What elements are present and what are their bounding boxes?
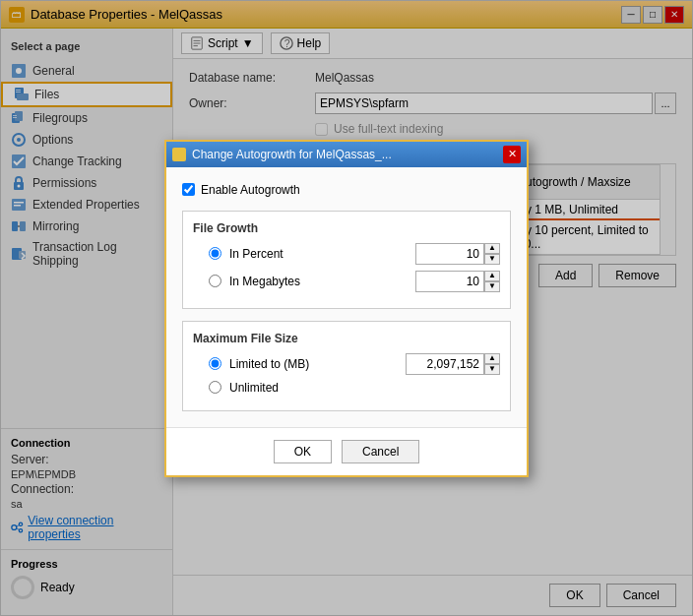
- enable-autogrowth-row: Enable Autogrowth: [182, 183, 511, 197]
- enable-autogrowth-checkbox[interactable]: [182, 183, 195, 196]
- modal-close-button[interactable]: ✕: [503, 146, 521, 163]
- in-percent-row: In Percent ▲ ▼: [193, 243, 500, 265]
- in-percent-radio[interactable]: [209, 247, 221, 260]
- in-percent-input[interactable]: [415, 243, 484, 265]
- modal-overlay: Change Autogrowth for MelQassas_... ✕ En…: [1, 1, 692, 615]
- modal-cancel-button[interactable]: Cancel: [342, 440, 419, 463]
- limited-to-up-btn[interactable]: ▲: [484, 353, 500, 364]
- in-megabytes-up-btn[interactable]: ▲: [484, 271, 500, 281]
- in-megabytes-radio[interactable]: [209, 275, 221, 287]
- in-percent-up-btn[interactable]: ▲: [484, 243, 500, 254]
- unlimited-radio[interactable]: [209, 381, 221, 394]
- limited-to-spinner: ▲ ▼: [406, 353, 500, 375]
- enable-autogrowth-label: Enable Autogrowth: [201, 183, 300, 197]
- in-megabytes-row: In Megabytes ▲ ▼: [193, 271, 500, 292]
- limited-to-input[interactable]: [406, 353, 484, 375]
- autogrowth-dialog: Change Autogrowth for MelQassas_... ✕ En…: [164, 140, 529, 477]
- main-window: 🗃 Database Properties - MelQassas ─ □ ✕ …: [0, 0, 693, 616]
- limited-to-row: Limited to (MB) ▲ ▼: [193, 353, 500, 375]
- in-percent-label: In Percent: [229, 247, 408, 261]
- file-growth-label: File Growth: [193, 221, 500, 235]
- unlimited-row: Unlimited: [193, 381, 500, 395]
- modal-title-left: Change Autogrowth for MelQassas_...: [172, 148, 392, 161]
- max-file-size-section: Maximum File Size Limited to (MB) ▲ ▼: [182, 321, 511, 411]
- modal-buttons: OK Cancel: [166, 427, 527, 475]
- modal-title: Change Autogrowth for MelQassas_...: [192, 148, 392, 161]
- file-growth-section: File Growth In Percent ▲ ▼: [182, 211, 511, 309]
- unlimited-label: Unlimited: [229, 381, 500, 395]
- limited-to-down-btn[interactable]: ▼: [484, 364, 500, 375]
- in-megabytes-spinner-btns: ▲ ▼: [484, 271, 500, 292]
- in-megabytes-down-btn[interactable]: ▼: [484, 281, 500, 292]
- max-file-size-label: Maximum File Size: [193, 332, 500, 345]
- modal-content: Enable Autogrowth File Growth In Percent…: [166, 167, 527, 427]
- in-percent-spinner: ▲ ▼: [415, 243, 500, 265]
- limited-to-radio[interactable]: [209, 357, 221, 370]
- modal-ok-button[interactable]: OK: [274, 440, 332, 463]
- modal-title-icon: [172, 148, 186, 161]
- in-megabytes-input[interactable]: [415, 271, 484, 292]
- in-percent-down-btn[interactable]: ▼: [484, 254, 500, 265]
- in-percent-spinner-btns: ▲ ▼: [484, 243, 500, 265]
- in-megabytes-label: In Megabytes: [229, 275, 408, 288]
- in-megabytes-spinner: ▲ ▼: [415, 271, 500, 292]
- limited-to-spinner-btns: ▲ ▼: [484, 353, 500, 375]
- limited-to-label: Limited to (MB): [229, 357, 398, 371]
- modal-titlebar: Change Autogrowth for MelQassas_... ✕: [166, 142, 527, 167]
